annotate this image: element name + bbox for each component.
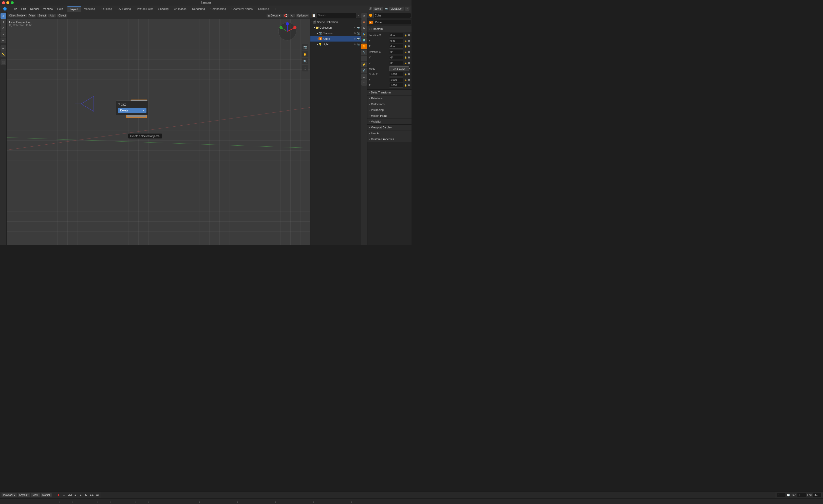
light-render-icon[interactable]: 📷 [357,43,360,46]
add-workspace-button[interactable]: + [272,6,278,11]
scene-props-tab[interactable]: 🎭 [361,31,367,37]
object-menu-button[interactable]: Object [57,14,67,17]
select-menu-button[interactable]: Select [37,14,47,17]
delta-transform-header[interactable]: ▸ Delta Transform [367,90,412,95]
delete-button[interactable]: Delete × [118,108,146,113]
object-props-tab[interactable]: 🟠 [361,44,367,49]
scale-x-keyframe[interactable] [408,73,410,75]
zoom-view-button[interactable]: 🔍 [302,58,308,64]
data-props-tab[interactable]: ▲ [361,74,367,79]
tab-animation[interactable]: Animation [172,6,189,11]
tab-sculpting[interactable]: Sculpting [98,6,115,11]
viewport-gizmo[interactable]: X Y Z [277,21,298,41]
scale-x-value[interactable]: 1.000 [389,72,403,76]
perspective-view-button[interactable]: ⬚ [302,65,308,71]
constraints-props-tab[interactable]: 🔗 [361,68,367,73]
scale-z-value[interactable]: 1.000 [389,83,403,88]
scale-y-value[interactable]: 1.000 [389,77,403,82]
rotation-y-value[interactable]: 0° [389,55,403,60]
visibility-header[interactable]: ▸ Visibility [367,119,412,124]
motion-paths-header[interactable]: ▸ Motion Paths [367,113,412,118]
collections-header[interactable]: ▸ Collections [367,101,412,107]
eye-icon[interactable]: 👁 [354,26,356,29]
location-z-value[interactable]: 0 m [389,44,403,49]
filter-icon[interactable]: ≡ [358,14,359,17]
move-view-button[interactable]: ✋ [302,51,308,57]
outliner-search-input[interactable] [317,13,357,18]
scale-z-lock[interactable]: 🔓 [404,83,407,87]
output-props-tab[interactable]: 📤 [361,19,367,25]
outliner-light[interactable]: ▸ 💡 Light 👁 📷 [310,41,361,47]
object-mode-button[interactable]: Object Mode ▾ [8,14,27,17]
tab-shading[interactable]: Shading [156,6,171,11]
location-y-value[interactable]: 0 m [389,38,403,43]
move-tool[interactable]: ✛ [1,19,6,25]
tab-scripting[interactable]: Scripting [256,6,272,11]
particles-props-tab[interactable]: · [361,56,367,61]
tab-layout[interactable]: Layout [67,6,81,12]
location-z-lock[interactable]: 🔓 [404,45,407,48]
instancing-header[interactable]: ▸ Instancing [367,107,412,113]
rotation-z-lock[interactable]: 🔓 [404,61,407,65]
viewport[interactable]: Object Mode ▾ View Select Add Object ⊞ G… [7,12,310,245]
object-name-input[interactable] [373,13,411,18]
file-menu[interactable]: File [11,7,19,11]
transform-section-header[interactable]: ▾ Transform [367,26,412,32]
add-menu-button[interactable]: Add [48,14,56,17]
rotation-z-keyframe[interactable] [408,62,410,64]
transform-orientation-button[interactable]: ⊞ Global ▾ [267,14,282,17]
tab-texture-paint[interactable]: Texture Paint [134,6,155,11]
location-y-lock[interactable]: 🔓 [404,39,407,42]
tab-compositing[interactable]: Compositing [208,6,228,11]
custom-properties-header[interactable]: ▸ Custom Properties [367,136,412,142]
tab-rendering[interactable]: Rendering [189,6,207,11]
tab-modeling[interactable]: Modeling [81,6,98,11]
proportional-edit-button[interactable]: ⊙ [290,14,295,17]
outliner-scene-collection[interactable]: ▾ 🎬 Scene Collection [310,19,361,25]
render-menu[interactable]: Render [28,7,41,11]
camera-eye-icon[interactable]: 👁 [354,32,356,35]
location-x-value[interactable]: 0 m [389,33,403,37]
window-menu[interactable]: Window [41,7,55,11]
minimize-button[interactable] [6,1,9,4]
camera-render-icon[interactable]: 📷 [357,32,360,35]
cube-eye-icon[interactable]: 👁 [354,37,356,40]
blender-menu[interactable]: 🔷 [1,6,9,11]
material-props-tab[interactable]: ● [361,80,367,85]
cursor-tool[interactable]: ⊕ [1,13,6,19]
rotation-x-keyframe[interactable] [408,51,410,53]
scale-z-keyframe[interactable] [408,84,410,86]
render-icon[interactable]: 📷 [357,26,360,29]
rotation-x-value[interactable]: 0° [389,50,403,54]
line-art-header[interactable]: ▸ Line Art [367,131,412,136]
rotation-mode-select[interactable]: XYZ Euler [389,66,409,71]
rotate-tool[interactable]: ↺ [1,25,6,31]
relations-header[interactable]: ▸ Relations [367,95,412,101]
scale-y-lock[interactable]: 🔓 [404,78,407,81]
view-layer-selector[interactable]: ViewLayer [389,7,404,11]
measure-tool[interactable]: 📏 [1,51,6,57]
help-menu[interactable]: Help [55,7,65,11]
viewport-display-header[interactable]: ▸ Viewport Display [367,124,412,130]
view-layer-props-tab[interactable]: 🗂 [361,25,367,31]
world-props-tab[interactable]: 🌍 [361,37,367,43]
camera-view-button[interactable]: 📷 [302,44,308,50]
outliner-collection[interactable]: ▾ 📁 Collection 👁 📷 [310,25,361,30]
rotation-z-value[interactable]: 0° [389,61,403,65]
data-name-input[interactable] [374,20,411,25]
annotate-tool[interactable]: ✏ [1,45,6,51]
transform-tool[interactable]: ⇔ [1,37,6,43]
location-x-keyframe[interactable] [408,34,410,36]
cube-render-icon[interactable]: 📷 [357,37,360,40]
location-x-lock[interactable]: 🔓 [404,33,407,37]
close-button[interactable] [2,1,5,4]
outliner-camera[interactable]: ▸ 📷 Camera 👁 📷 [310,30,361,36]
add-cube-tool[interactable]: ⬛ [1,59,6,65]
tab-uv-editing[interactable]: UV Editing [115,6,133,11]
location-y-keyframe[interactable] [408,40,410,42]
tab-geometry-nodes[interactable]: Geometry Nodes [229,6,255,11]
outliner-cube[interactable]: ▸ ▲ Cube 👁 📷 [310,36,361,41]
maximize-button[interactable] [11,1,14,4]
scene-selector[interactable]: Scene [373,7,383,11]
snap-button[interactable]: 🧲 [283,14,289,17]
